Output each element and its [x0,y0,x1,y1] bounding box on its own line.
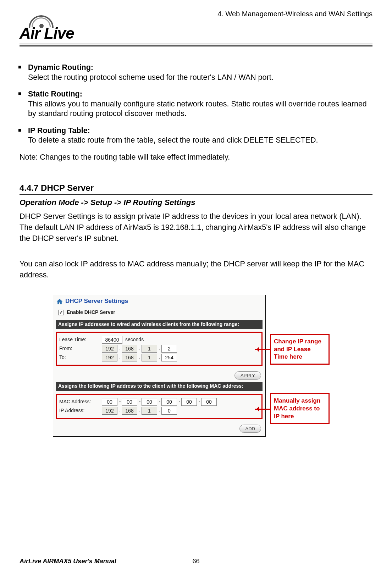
from-label: From: [59,345,102,352]
ip-dot: . [138,354,142,361]
dhcp-title-text: DHCP Server Settings [65,297,128,305]
callout-ip-range: Change IP range and IP Lease Time here [270,334,330,365]
lease-time-label: Lease Time: [59,337,102,343]
add-button-row: ADD [56,422,263,433]
footer-title: AirLive AIRMAX5 User's Manual [20,558,116,565]
dhcp-figure-wrap: DHCP Server Settings ✓ Enable DHCP Serve… [53,295,372,437]
to-ip-oct3[interactable]: 1 [142,354,157,361]
to-ip-oct4[interactable]: 254 [161,354,177,361]
mac-dash: - [158,399,161,405]
ip-oct3[interactable]: 1 [142,407,157,415]
dhcp-panel-title: DHCP Server Settings [56,297,263,305]
ip-range-group: Lease Time: 86400 seconds From: 192. 168… [56,332,263,366]
arrow-icon [255,409,271,410]
bullet-title: Static Routing: [28,89,372,99]
from-ip-row: From: 192. 168. 1. 2 [59,345,259,353]
to-ip-oct1[interactable]: 192 [102,354,117,361]
section-para-1: DHCP Server Settings is to assign privat… [20,211,372,244]
enable-dhcp-label: Enable DHCP Server [67,309,115,316]
from-ip-oct3[interactable]: 1 [142,345,157,353]
ip-dot: . [138,408,142,414]
logo-row: Air Live [20,20,372,42]
mac-oct4[interactable]: 00 [161,398,177,406]
mac-oct6[interactable]: 00 [201,398,217,406]
range-band-header: Assigns IP addresses to wired and wirele… [56,320,263,329]
callouts-column: Change IP range and IP Lease Time here M… [270,334,330,424]
lease-time-unit: seconds [125,337,144,343]
lease-time-row: Lease Time: 86400 seconds [59,336,259,344]
mac-dash: - [178,399,181,405]
bullet-title: IP Routing Table: [28,126,372,136]
mac-oct3[interactable]: 00 [142,398,157,406]
callout-mac-assign: Manually assign MAC address to IP here [270,393,330,424]
arrow-icon [255,349,271,350]
mac-band-header: Assigns the following IP address to the … [56,382,263,391]
to-label: To: [59,354,102,361]
note-text: Note: Changes to the routing table will … [20,153,372,162]
divider-bottom [20,45,372,46]
bullet-title: Dynamic Routing: [28,63,372,73]
page-footer: AirLive AIRMAX5 User's Manual 66 [20,556,372,565]
mac-dash: - [198,399,201,405]
apply-button[interactable]: APPLY [234,371,261,380]
mac-assign-group: MAC Address: 00- 00- 00- 00- 00- 00 IP A… [56,394,263,419]
bullet-static-routing: Static Routing: This allows you to manua… [28,89,372,119]
mac-dash: - [118,399,122,405]
mac-address-row: MAC Address: 00- 00- 00- 00- 00- 00 [59,398,259,406]
logo-dot-icon [39,24,44,28]
chapter-header: 4. Web Management-Wireless and WAN Setti… [20,10,372,18]
ip-oct2[interactable]: 168 [122,407,137,415]
ip-address-row: IP Address: 192. 168. 1. 0 [59,407,259,415]
apply-button-row: APPLY [56,369,263,380]
section-para-2: You can also lock IP address to MAC addr… [20,259,372,281]
add-button[interactable]: ADD [239,425,261,433]
page-number: 66 [192,558,199,565]
callout-text: Change IP range and IP Lease Time here [274,338,321,360]
content-area: Dynamic Routing: Select the routing prot… [20,63,372,437]
from-ip-oct1[interactable]: 192 [102,345,117,353]
section-breadcrumb: Operation Mode -> Setup -> IP Routing Se… [20,198,372,208]
from-ip-oct2[interactable]: 168 [122,345,137,353]
dhcp-settings-panel: DHCP Server Settings ✓ Enable DHCP Serve… [53,295,266,437]
ip-label: IP Address: [59,408,102,414]
ip-dot: . [158,408,161,414]
callout-text: Manually assign MAC address to IP here [274,397,320,420]
ip-dot: . [118,408,122,414]
section-heading: 4.4.7 DHCP Server [20,183,372,195]
mac-dash: - [138,399,142,405]
ip-oct4[interactable]: 0 [161,407,177,415]
mac-oct2[interactable]: 00 [122,398,137,406]
to-ip-row: To: 192. 168. 1. 254 [59,354,259,361]
mac-oct1[interactable]: 00 [102,398,117,406]
bullet-dynamic-routing: Dynamic Routing: Select the routing prot… [28,63,372,82]
lease-time-input[interactable]: 86400 [102,336,122,344]
ip-dot: . [138,345,142,352]
divider-top [20,44,372,44]
bullet-ip-routing-table: IP Routing Table: To delete a static rou… [28,126,372,145]
home-icon [56,298,63,304]
ip-dot: . [118,345,122,352]
bullet-body: This allows you to manually configure st… [28,99,372,119]
ip-dot: . [158,345,161,352]
from-ip-oct4[interactable]: 2 [161,345,177,353]
enable-dhcp-checkbox[interactable]: ✓ [58,310,64,315]
ip-dot: . [158,354,161,361]
mac-oct5[interactable]: 00 [181,398,197,406]
ip-oct1[interactable]: 192 [102,407,117,415]
airlive-logo: Air Live [20,20,100,42]
ip-dot: . [118,354,122,361]
to-ip-oct2[interactable]: 168 [122,354,137,361]
mac-label: MAC Address: [59,399,102,405]
bullet-body: To delete a static route from the table,… [28,136,372,145]
bullet-body: Select the routing protocol scheme used … [28,73,372,83]
enable-dhcp-row: ✓ Enable DHCP Server [58,309,263,316]
